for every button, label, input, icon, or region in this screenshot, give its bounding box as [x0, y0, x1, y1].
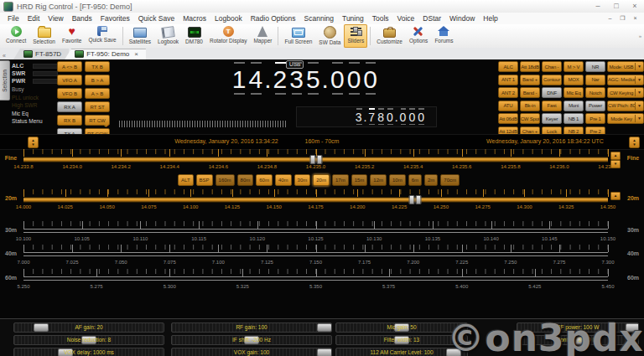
band-slider-60m[interactable]: 5.2505.2755.3005.3255.3505.3755.4005.425…	[23, 269, 608, 292]
nr-button[interactable]: NR	[585, 61, 605, 72]
chan-button[interactable]: Chan -	[542, 61, 562, 72]
band-button-alt[interactable]: ALT	[178, 174, 194, 186]
slider-af-gain[interactable]: AF gain: 20	[13, 322, 164, 333]
selection-side-tab[interactable]: Selection	[0, 60, 10, 101]
menu-tuning[interactable]: Tuning	[338, 14, 368, 23]
band-button-2m[interactable]: 2m	[424, 174, 438, 186]
menu-macros[interactable]: Macros	[179, 14, 210, 23]
menu-window[interactable]: Window	[445, 14, 479, 23]
toolbar-connect[interactable]: Connect	[3, 24, 29, 48]
menu-favorites[interactable]: Favorites	[96, 14, 134, 23]
band-button-15m[interactable]: 15m	[351, 174, 368, 186]
mox-button[interactable]: MOX	[564, 75, 584, 85]
toolbar-options[interactable]: Options	[406, 24, 431, 48]
moni-button[interactable]: Moni	[564, 101, 584, 111]
ant-2-button[interactable]: ANT 2	[498, 87, 518, 98]
tab-ft-950-demo[interactable]: FT-950: Demo×	[65, 49, 146, 59]
band-button-17m[interactable]: 17m	[332, 174, 349, 186]
mode-key-dropdown[interactable]: Mode Key▼	[607, 113, 644, 124]
menu-logbook[interactable]: Logbook	[210, 14, 247, 23]
sub-frequency-display[interactable]: 3.780.000	[355, 111, 426, 124]
keyer-button[interactable]: Keyer	[542, 113, 562, 124]
minimize-button[interactable]: –	[589, 1, 607, 13]
fine-up-button[interactable]: ▲	[610, 152, 621, 160]
menu-view[interactable]: View	[44, 14, 67, 23]
cw-keying-dropdown[interactable]: CW Keying▼	[607, 87, 644, 98]
att-06db-button[interactable]: Att 06dB	[498, 113, 518, 124]
band-slider-20m[interactable]: 14.00014.02514.05014.07514.10014.12514.1…	[23, 189, 608, 214]
vfo-a-button[interactable]: VFO A	[57, 75, 82, 85]
nar-button[interactable]: Nar	[585, 75, 605, 85]
b-a-button[interactable]: B > A	[85, 75, 110, 85]
mdi-close-button[interactable]: ×	[630, 15, 641, 22]
band-button-10m[interactable]: 10m	[389, 174, 406, 186]
toolbar-overflow-icon[interactable]: »	[639, 34, 641, 39]
toolbar-selection[interactable]: Selection	[29, 24, 59, 48]
band-up-button[interactable]: ▲	[610, 192, 621, 200]
toolbar-rotator-display[interactable]: Rotator Display	[206, 24, 250, 48]
spin-down-icon[interactable]: ▼	[632, 142, 636, 147]
mic-eq-button[interactable]: Mic Eq	[564, 87, 584, 98]
maximize-button[interactable]: □	[607, 1, 626, 13]
menu-tools[interactable]: Tools	[368, 14, 393, 23]
cw-pitch-800-hz-dropdown[interactable]: CW Pitch: 800 Hz▼	[607, 101, 644, 111]
ant-1-button[interactable]: ANT 1	[498, 75, 518, 85]
att-18db-button[interactable]: Att 18dB	[520, 61, 540, 72]
toolbar-favorite[interactable]: Favorite	[59, 24, 85, 48]
toolbar-sw-data[interactable]: SW Data	[315, 24, 344, 48]
slider-handle[interactable]	[309, 155, 322, 164]
band-button-40m[interactable]: 40m	[275, 174, 292, 186]
band-button-6m[interactable]: 6m	[408, 174, 422, 186]
dock-arrow-icon[interactable]: «	[3, 53, 6, 59]
agc-medium-dropdown[interactable]: AGC: Medium▼	[607, 75, 644, 85]
tab-close-icon[interactable]: ×	[134, 50, 138, 58]
menu-scanning[interactable]: Scanning	[300, 14, 338, 23]
nb-1-button[interactable]: NB 1	[564, 113, 584, 124]
slider-handle[interactable]	[408, 195, 421, 204]
band-button-30m[interactable]: 30m	[294, 174, 311, 186]
fine-down-button[interactable]: ▼	[610, 160, 621, 168]
rx-a-button[interactable]: RX A	[57, 101, 82, 112]
band-button-80m[interactable]: 80m	[237, 174, 254, 186]
right-spinner[interactable]: ▲▼	[629, 137, 640, 148]
toolbar-customize[interactable]: Customize	[373, 24, 406, 48]
menu-radio-options[interactable]: Radio Options	[247, 14, 300, 23]
band-slider-40m[interactable]: 7.0007.0257.0507.0757.1007.1257.1507.175…	[23, 245, 608, 266]
m-v-button[interactable]: M > V	[564, 61, 584, 72]
rt-st-button[interactable]: RT ST	[85, 101, 110, 112]
band-slider-30m[interactable]: 10.10010.10510.11010.11510.12010.12510.1…	[23, 221, 608, 243]
slider-rf-gain[interactable]: RF gain: 100	[171, 322, 332, 333]
toolbar-satellites[interactable]: Satellites	[126, 24, 154, 48]
toolbar-dm780[interactable]: DM780	[182, 24, 206, 48]
band-button-60m[interactable]: 60m	[256, 174, 273, 186]
rx-b-button[interactable]: RX B	[57, 115, 82, 126]
mdi-minimize-button[interactable]: –	[605, 15, 615, 22]
menu-bands[interactable]: Bands	[68, 14, 96, 23]
toolbar-forums[interactable]: Forums	[431, 24, 456, 48]
menu-quick-save[interactable]: Quick Save	[134, 14, 179, 23]
cw-spot-button[interactable]: CW Spot	[520, 113, 540, 124]
menu-dstar[interactable]: DStar	[418, 14, 445, 23]
a-b-button[interactable]: A > B	[85, 88, 110, 99]
band-button-70cm[interactable]: 70cm	[440, 174, 460, 186]
vfo-b-button[interactable]: VFO B	[57, 88, 82, 99]
toolbar-sliders[interactable]: Sliders	[344, 24, 367, 48]
slider-noise-reduction[interactable]: Noise reduction: 8	[13, 335, 164, 345]
fine-tuning-slider[interactable]: 14.233.814.234.014.234.214.234.414.234.6…	[23, 149, 608, 172]
tx-b-button[interactable]: TX B	[85, 61, 110, 72]
close-button[interactable]: ×	[626, 1, 644, 13]
power-button[interactable]: Power	[585, 101, 605, 111]
fast-button[interactable]: Fast	[542, 101, 562, 111]
mdi-restore-button[interactable]: ❐	[617, 15, 628, 22]
dnf-button[interactable]: DNF	[542, 87, 562, 98]
band-button-bsp[interactable]: BSP	[196, 174, 213, 186]
main-frequency-display[interactable]: 14.235.000	[193, 65, 379, 94]
band-button-160m[interactable]: 160m	[216, 174, 235, 186]
toolbar-full-screen[interactable]: Full Screen	[281, 24, 315, 48]
a-b-button[interactable]: A <> B	[57, 61, 82, 72]
tab-ft-857d[interactable]: FT-857D	[13, 49, 69, 59]
toolbar-mapper[interactable]: Mapper	[250, 24, 275, 48]
menu-voice[interactable]: Voice	[393, 14, 419, 23]
toolbar-logbook[interactable]: Logbook	[154, 24, 182, 48]
band-button-20m[interactable]: 20m	[313, 174, 330, 186]
